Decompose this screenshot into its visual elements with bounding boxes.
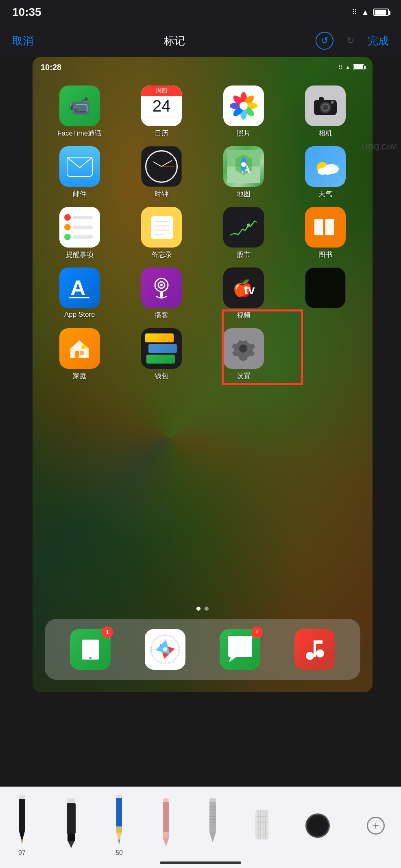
- safari-dock-icon: [145, 629, 185, 670]
- app-photos[interactable]: 照片: [205, 85, 283, 138]
- status-time: 10:35: [12, 6, 41, 19]
- dock-messages[interactable]: !: [220, 629, 260, 670]
- svg-marker-84: [209, 832, 216, 842]
- app-podcasts[interactable]: 播客: [123, 267, 201, 320]
- svg-rect-13: [319, 97, 324, 101]
- settings-icon: [223, 328, 264, 369]
- stocks-icon: [223, 207, 264, 248]
- mail-icon: [59, 146, 100, 187]
- settings-label: 设置: [237, 371, 251, 381]
- dock-music[interactable]: [294, 629, 335, 670]
- svg-text:tv: tv: [244, 283, 255, 296]
- appstore-icon: A: [59, 267, 100, 308]
- dock-phone[interactable]: 1: [70, 629, 111, 670]
- svg-marker-65: [68, 841, 74, 848]
- svg-point-55: [316, 649, 324, 658]
- music-dock-icon: [294, 629, 335, 670]
- tool-eraser[interactable]: [161, 798, 171, 853]
- clock-icon: [141, 146, 182, 187]
- phone-wifi-icon: ▲: [345, 64, 351, 70]
- svg-rect-75: [209, 798, 216, 802]
- dock-safari[interactable]: [145, 629, 185, 670]
- svg-point-14: [331, 101, 334, 104]
- appstore-label: App Store: [64, 311, 95, 319]
- notes-label: 备忘录: [151, 250, 172, 259]
- app-clock[interactable]: 时钟: [123, 146, 201, 199]
- svg-rect-73: [163, 832, 169, 838]
- toolbar-title: 标记: [164, 34, 185, 48]
- svg-point-12: [323, 105, 328, 110]
- highlighted-area: [305, 267, 346, 308]
- app-camera[interactable]: 相机: [287, 85, 365, 138]
- svg-rect-67: [116, 798, 122, 826]
- podcasts-label: 播客: [155, 311, 168, 320]
- tool-texture[interactable]: [207, 798, 218, 853]
- svg-rect-68: [116, 826, 122, 833]
- app-highlighted: [287, 267, 365, 320]
- svg-rect-33: [326, 220, 333, 235]
- svg-point-46: [89, 657, 92, 659]
- svg-marker-61: [21, 840, 23, 844]
- clock-min-hand: [161, 160, 172, 167]
- page-dot-2: [205, 607, 209, 611]
- toolbar-actions: ↺ ↻ 完成: [316, 32, 389, 50]
- svg-rect-72: [163, 802, 169, 832]
- redo-button[interactable]: ↻: [342, 32, 360, 50]
- svg-rect-57: [314, 640, 323, 644]
- phone-status-icons: ⠿ ▲: [338, 64, 364, 70]
- app-appletv[interactable]: 🍎 tv 视频: [205, 267, 283, 320]
- tool-pen-black[interactable]: 97: [16, 795, 28, 857]
- done-button[interactable]: 完成: [368, 34, 389, 48]
- phone-screen: 10:28 ⠿ ▲ 📹 FaceTime通话 周四 24 日历: [33, 57, 373, 692]
- add-tool-button[interactable]: +: [367, 817, 385, 835]
- status-icons: ⠿ ▲: [352, 8, 389, 17]
- svg-rect-58: [19, 795, 25, 799]
- photos-icon: [223, 85, 264, 126]
- app-notes[interactable]: 备忘录: [123, 207, 201, 259]
- wallet-label: 钱包: [155, 371, 168, 381]
- tool-pencil-blue[interactable]: 50: [114, 795, 124, 857]
- page-dot-1: [196, 607, 200, 611]
- svg-point-53: [163, 647, 167, 651]
- app-settings[interactable]: 设置: [205, 328, 283, 381]
- svg-point-8: [240, 102, 248, 110]
- camera-icon: [305, 85, 346, 126]
- svg-point-29: [247, 224, 250, 227]
- app-home[interactable]: 家庭: [41, 328, 119, 381]
- svg-rect-64: [68, 834, 75, 841]
- app-reminders[interactable]: 提醒事项: [41, 207, 119, 259]
- cancel-button[interactable]: 取消: [12, 34, 33, 48]
- drawing-toolbar: 97 50: [0, 787, 401, 868]
- facetime-label: FaceTime通话: [57, 129, 102, 138]
- stocks-label: 股市: [237, 250, 251, 259]
- clock-hour-hand: [153, 161, 162, 167]
- tool-marker-black[interactable]: [65, 798, 78, 853]
- app-maps[interactable]: A 地图: [205, 146, 283, 199]
- wifi-icon: ▲: [361, 8, 369, 17]
- home-bar: [160, 861, 241, 864]
- app-stocks[interactable]: 股市: [205, 207, 283, 259]
- app-appstore[interactable]: A App Store: [41, 267, 119, 320]
- undo-button[interactable]: ↺: [316, 32, 333, 50]
- svg-rect-59: [19, 799, 25, 831]
- calendar-label: 日历: [155, 129, 168, 138]
- reminders-label: 提醒事项: [66, 250, 94, 259]
- svg-rect-62: [67, 798, 75, 803]
- pen-black-label: 97: [18, 849, 26, 857]
- svg-rect-76: [209, 802, 216, 832]
- app-weather[interactable]: 天气: [287, 146, 365, 199]
- messages-badge: !: [251, 627, 263, 638]
- app-books[interactable]: 图书: [287, 207, 365, 259]
- tool-ruler[interactable]: [255, 798, 269, 853]
- app-calendar[interactable]: 周四 24 日历: [123, 85, 201, 138]
- maps-label: 地图: [237, 189, 251, 199]
- app-mail[interactable]: 邮件: [41, 146, 119, 199]
- app-facetime[interactable]: 📹 FaceTime通话: [41, 85, 119, 138]
- maps-icon: A: [223, 146, 264, 187]
- svg-rect-42: [75, 351, 79, 358]
- weather-icon: [305, 146, 346, 187]
- svg-rect-24: [151, 216, 173, 239]
- app-wallet[interactable]: 钱包: [123, 328, 201, 381]
- color-picker[interactable]: [305, 813, 330, 838]
- svg-marker-74: [163, 838, 169, 846]
